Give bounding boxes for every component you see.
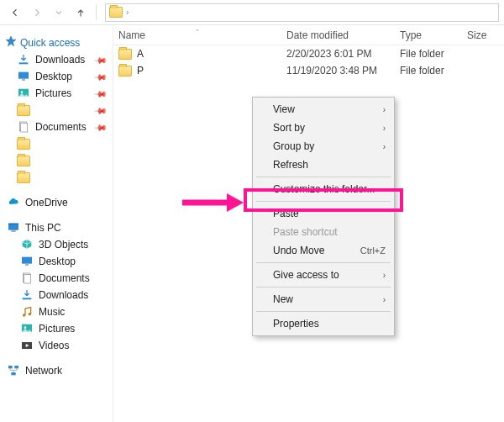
chevron-right-icon: › xyxy=(383,124,386,133)
column-size[interactable]: Size xyxy=(462,29,504,41)
sidebar-quick-item[interactable]: 📌 xyxy=(3,102,109,119)
sidebar-quick-item[interactable]: Downloads📌 xyxy=(3,51,109,68)
svg-rect-11 xyxy=(11,230,15,231)
svg-marker-27 xyxy=(227,193,244,212)
shortcut-text: Ctrl+Z xyxy=(360,245,386,256)
sidebar-quick-item[interactable] xyxy=(3,135,109,152)
videos-icon xyxy=(20,339,34,352)
sidebar-quick-item[interactable]: Documents📌 xyxy=(3,119,109,135)
quick-access-header[interactable]: Quick access xyxy=(3,34,109,51)
ctx-sort-by[interactable]: Sort by › xyxy=(255,119,392,137)
svg-point-6 xyxy=(21,91,24,93)
menu-separator xyxy=(256,287,391,287)
svg-rect-15 xyxy=(24,274,31,283)
ctx-view[interactable]: View › xyxy=(255,100,392,119)
music-icon xyxy=(20,305,34,319)
sidebar-onedrive[interactable]: OneDrive xyxy=(3,194,109,211)
folder-icon xyxy=(17,171,30,184)
ctx-undo-move[interactable]: Undo Move Ctrl+Z xyxy=(255,241,392,260)
desktop-icon xyxy=(20,255,34,268)
sidebar-pc-item[interactable]: Desktop xyxy=(3,253,109,270)
folder-icon xyxy=(17,103,30,117)
forward-button[interactable] xyxy=(27,3,47,23)
pin-icon: 📌 xyxy=(94,120,108,134)
quick-access-icon xyxy=(5,35,17,50)
recent-dropdown[interactable] xyxy=(49,3,69,23)
context-menu: View › Sort by › Group by › Refresh Cust… xyxy=(252,97,395,336)
menu-separator xyxy=(256,262,391,263)
file-name: A xyxy=(137,48,144,60)
file-date: 11/19/2020 3:48 PM xyxy=(281,65,395,76)
sidebar-item-label: Documents xyxy=(35,121,87,133)
ctx-paste-shortcut[interactable]: Paste shortcut xyxy=(255,223,392,241)
svg-point-18 xyxy=(29,313,31,315)
file-name: P xyxy=(137,65,144,76)
chevron-right-icon: › xyxy=(383,271,386,280)
sidebar-pc-item[interactable]: Videos xyxy=(3,337,109,354)
svg-point-17 xyxy=(23,314,25,316)
pictures-icon xyxy=(20,322,34,335)
sidebar-item-label: OneDrive xyxy=(25,197,68,208)
ctx-new[interactable]: New › xyxy=(255,290,392,309)
svg-rect-10 xyxy=(8,224,18,224)
folder-icon xyxy=(17,154,30,167)
this-pc-icon xyxy=(7,221,20,235)
svg-rect-4 xyxy=(22,79,25,80)
sidebar-this-pc[interactable]: This PC xyxy=(3,219,109,236)
column-name[interactable]: Name ˄ xyxy=(113,29,281,41)
ctx-paste[interactable]: Paste xyxy=(255,204,392,223)
column-type[interactable]: Type xyxy=(395,29,462,41)
svg-rect-25 xyxy=(11,372,15,375)
sidebar-quick-item[interactable] xyxy=(3,152,109,169)
sidebar-item-label: Desktop xyxy=(35,71,72,82)
sidebar-quick-item[interactable]: Desktop📌 xyxy=(3,68,109,85)
ctx-give-access[interactable]: Give access to › xyxy=(255,266,392,284)
ctx-refresh[interactable]: Refresh xyxy=(255,156,392,174)
sidebar-quick-item[interactable] xyxy=(3,169,109,186)
sidebar-pc-item[interactable]: 3D Objects xyxy=(3,236,109,253)
back-button[interactable] xyxy=(5,3,25,23)
folder-icon xyxy=(109,6,123,19)
ctx-group-by[interactable]: Group by › xyxy=(255,137,392,156)
sidebar-pc-item[interactable]: Downloads xyxy=(3,287,109,303)
svg-rect-13 xyxy=(25,264,29,265)
svg-rect-3 xyxy=(18,72,29,79)
documents-icon xyxy=(17,120,30,134)
file-row[interactable]: A2/20/2023 6:01 PMFile folder xyxy=(113,45,504,62)
chevron-right-icon: › xyxy=(383,142,386,151)
menu-separator xyxy=(256,311,391,312)
desktop-icon xyxy=(17,70,30,83)
documents-icon xyxy=(20,272,34,285)
file-type: File folder xyxy=(395,48,462,60)
file-row[interactable]: P11/19/2020 3:48 PMFile folder xyxy=(113,62,504,79)
svg-rect-12 xyxy=(22,257,32,264)
sidebar-quick-item[interactable]: Pictures📌 xyxy=(3,85,109,102)
sidebar-item-label: Downloads xyxy=(39,289,88,301)
pin-icon: 📌 xyxy=(94,103,108,117)
sidebar-item-label: 3D Objects xyxy=(39,239,88,251)
column-date[interactable]: Date modified xyxy=(281,29,395,41)
folder-icon xyxy=(118,47,132,61)
pin-icon: 📌 xyxy=(94,70,108,83)
sidebar-network[interactable]: Network xyxy=(3,362,109,379)
3d-icon xyxy=(20,238,34,251)
navigation-sidebar: Quick access Downloads📌Desktop📌Pictures📌… xyxy=(0,25,113,422)
sidebar-pc-item[interactable]: Documents xyxy=(3,270,109,287)
column-headers: Name ˄ Date modified Type Size xyxy=(113,25,504,45)
sidebar-item-label: Desktop xyxy=(39,256,76,267)
sidebar-item-label: Downloads xyxy=(35,54,85,66)
sidebar-pc-item[interactable]: Pictures xyxy=(3,320,109,337)
ctx-customize[interactable]: Customize this folder... xyxy=(255,180,392,198)
up-button[interactable] xyxy=(71,3,91,23)
quick-access-label: Quick access xyxy=(20,37,80,49)
svg-rect-16 xyxy=(23,298,32,299)
sidebar-item-label: Pictures xyxy=(35,87,71,99)
sidebar-item-label: Network xyxy=(25,365,62,377)
menu-separator xyxy=(256,201,391,202)
sidebar-pc-item[interactable]: Music xyxy=(3,303,109,320)
svg-rect-24 xyxy=(14,366,18,368)
ctx-properties[interactable]: Properties xyxy=(255,314,392,333)
network-icon xyxy=(7,364,20,377)
sidebar-item-label: Videos xyxy=(39,340,69,351)
address-bar[interactable]: › xyxy=(105,3,499,22)
